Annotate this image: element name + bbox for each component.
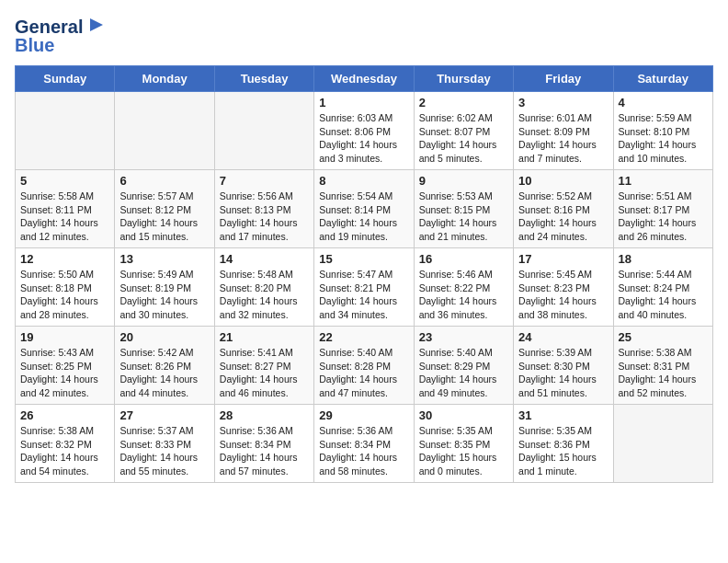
day-number: 25 <box>619 330 708 344</box>
day-info: Sunrise: 5:59 AMSunset: 8:10 PMDaylight:… <box>619 111 708 166</box>
day-number: 5 <box>20 174 109 188</box>
day-info: Sunrise: 5:36 AMSunset: 8:34 PMDaylight:… <box>220 424 309 478</box>
day-number: 19 <box>20 330 109 344</box>
day-number: 1 <box>319 96 408 109</box>
day-info: Sunrise: 6:01 AMSunset: 8:09 PMDaylight:… <box>518 111 608 166</box>
day-number: 15 <box>319 252 408 266</box>
day-info: Sunrise: 5:54 AMSunset: 8:14 PMDaylight:… <box>319 190 408 244</box>
calendar-cell: 23Sunrise: 5:40 AMSunset: 8:29 PMDayligh… <box>414 327 513 405</box>
calendar-cell: 8Sunrise: 5:54 AMSunset: 8:14 PMDaylight… <box>314 170 414 248</box>
weekday-header-monday: Monday <box>115 66 214 92</box>
day-number: 21 <box>220 330 309 344</box>
day-number: 31 <box>518 408 608 422</box>
logo-blue: Blue <box>15 35 54 56</box>
day-info: Sunrise: 5:53 AMSunset: 8:15 PMDaylight:… <box>419 190 508 244</box>
calendar-cell: 31Sunrise: 5:35 AMSunset: 8:36 PMDayligh… <box>514 405 613 483</box>
day-info: Sunrise: 5:42 AMSunset: 8:26 PMDaylight:… <box>119 346 209 400</box>
day-info: Sunrise: 5:45 AMSunset: 8:23 PMDaylight:… <box>518 268 608 322</box>
logo-arrow-icon <box>86 15 107 39</box>
day-number: 10 <box>518 174 608 188</box>
calendar-cell: 16Sunrise: 5:46 AMSunset: 8:22 PMDayligh… <box>414 248 513 327</box>
day-info: Sunrise: 5:35 AMSunset: 8:35 PMDaylight:… <box>419 424 508 478</box>
day-number: 6 <box>119 174 209 188</box>
day-info: Sunrise: 5:40 AMSunset: 8:28 PMDaylight:… <box>319 346 408 400</box>
day-info: Sunrise: 5:36 AMSunset: 8:34 PMDaylight:… <box>319 424 408 478</box>
day-info: Sunrise: 5:44 AMSunset: 8:24 PMDaylight:… <box>619 268 708 322</box>
day-number: 3 <box>518 96 608 109</box>
day-info: Sunrise: 5:56 AMSunset: 8:13 PMDaylight:… <box>220 190 309 244</box>
calendar-cell: 26Sunrise: 5:38 AMSunset: 8:32 PMDayligh… <box>16 405 115 483</box>
week-row-4: 19Sunrise: 5:43 AMSunset: 8:25 PMDayligh… <box>16 327 713 405</box>
day-info: Sunrise: 6:02 AMSunset: 8:07 PMDaylight:… <box>419 111 508 166</box>
day-number: 14 <box>220 252 309 266</box>
weekday-header-thursday: Thursday <box>414 66 513 92</box>
calendar-cell: 21Sunrise: 5:41 AMSunset: 8:27 PMDayligh… <box>214 327 313 405</box>
calendar-cell: 14Sunrise: 5:48 AMSunset: 8:20 PMDayligh… <box>214 248 313 327</box>
logo: General Blue <box>15 15 107 56</box>
day-info: Sunrise: 5:47 AMSunset: 8:21 PMDaylight:… <box>319 268 408 322</box>
calendar-cell: 6Sunrise: 5:57 AMSunset: 8:12 PMDaylight… <box>115 170 214 248</box>
calendar-cell: 4Sunrise: 5:59 AMSunset: 8:10 PMDaylight… <box>613 92 712 170</box>
calendar-cell: 9Sunrise: 5:53 AMSunset: 8:15 PMDaylight… <box>414 170 513 248</box>
calendar-cell: 25Sunrise: 5:38 AMSunset: 8:31 PMDayligh… <box>613 327 712 405</box>
calendar-table: SundayMondayTuesdayWednesdayThursdayFrid… <box>15 65 713 483</box>
day-info: Sunrise: 5:35 AMSunset: 8:36 PMDaylight:… <box>518 424 608 478</box>
svg-marker-0 <box>90 18 103 31</box>
calendar-cell: 17Sunrise: 5:45 AMSunset: 8:23 PMDayligh… <box>514 248 613 327</box>
day-number: 17 <box>518 252 608 266</box>
calendar-cell: 5Sunrise: 5:58 AMSunset: 8:11 PMDaylight… <box>16 170 115 248</box>
day-number: 2 <box>419 96 508 109</box>
day-number: 26 <box>20 408 109 422</box>
day-info: Sunrise: 5:39 AMSunset: 8:30 PMDaylight:… <box>518 346 608 400</box>
day-info: Sunrise: 5:38 AMSunset: 8:32 PMDaylight:… <box>20 424 109 478</box>
day-number: 23 <box>419 330 508 344</box>
calendar-cell: 20Sunrise: 5:42 AMSunset: 8:26 PMDayligh… <box>115 327 214 405</box>
day-number: 7 <box>220 174 309 188</box>
day-number: 12 <box>20 252 109 266</box>
calendar-cell <box>16 92 115 170</box>
weekday-header-tuesday: Tuesday <box>214 66 313 92</box>
day-number: 18 <box>619 252 708 266</box>
calendar-cell: 2Sunrise: 6:02 AMSunset: 8:07 PMDaylight… <box>414 92 513 170</box>
day-info: Sunrise: 5:57 AMSunset: 8:12 PMDaylight:… <box>119 190 209 244</box>
day-number: 13 <box>119 252 209 266</box>
calendar-cell: 30Sunrise: 5:35 AMSunset: 8:35 PMDayligh… <box>414 405 513 483</box>
day-number: 28 <box>220 408 309 422</box>
calendar-cell: 18Sunrise: 5:44 AMSunset: 8:24 PMDayligh… <box>613 248 712 327</box>
day-number: 11 <box>619 174 708 188</box>
weekday-header-row: SundayMondayTuesdayWednesdayThursdayFrid… <box>16 66 713 92</box>
day-number: 20 <box>119 330 209 344</box>
day-number: 29 <box>319 408 408 422</box>
weekday-header-sunday: Sunday <box>16 66 115 92</box>
day-number: 22 <box>319 330 408 344</box>
day-info: Sunrise: 5:58 AMSunset: 8:11 PMDaylight:… <box>20 190 109 244</box>
day-info: Sunrise: 5:40 AMSunset: 8:29 PMDaylight:… <box>419 346 508 400</box>
calendar-cell: 7Sunrise: 5:56 AMSunset: 8:13 PMDaylight… <box>214 170 313 248</box>
day-info: Sunrise: 5:49 AMSunset: 8:19 PMDaylight:… <box>119 268 209 322</box>
calendar-cell <box>214 92 313 170</box>
day-number: 8 <box>319 174 408 188</box>
week-row-3: 12Sunrise: 5:50 AMSunset: 8:18 PMDayligh… <box>16 248 713 327</box>
calendar-cell: 28Sunrise: 5:36 AMSunset: 8:34 PMDayligh… <box>214 405 313 483</box>
week-row-5: 26Sunrise: 5:38 AMSunset: 8:32 PMDayligh… <box>16 405 713 483</box>
calendar-cell: 15Sunrise: 5:47 AMSunset: 8:21 PMDayligh… <box>314 248 414 327</box>
calendar-cell: 12Sunrise: 5:50 AMSunset: 8:18 PMDayligh… <box>16 248 115 327</box>
day-number: 30 <box>419 408 508 422</box>
day-info: Sunrise: 5:41 AMSunset: 8:27 PMDaylight:… <box>220 346 309 400</box>
day-info: Sunrise: 5:51 AMSunset: 8:17 PMDaylight:… <box>619 190 708 244</box>
calendar-cell: 24Sunrise: 5:39 AMSunset: 8:30 PMDayligh… <box>514 327 613 405</box>
day-info: Sunrise: 5:43 AMSunset: 8:25 PMDaylight:… <box>20 346 109 400</box>
calendar-cell <box>613 405 712 483</box>
week-row-1: 1Sunrise: 6:03 AMSunset: 8:06 PMDaylight… <box>16 92 713 170</box>
calendar-cell: 19Sunrise: 5:43 AMSunset: 8:25 PMDayligh… <box>16 327 115 405</box>
header: General Blue <box>15 15 713 56</box>
day-number: 16 <box>419 252 508 266</box>
calendar-cell: 10Sunrise: 5:52 AMSunset: 8:16 PMDayligh… <box>514 170 613 248</box>
day-info: Sunrise: 5:46 AMSunset: 8:22 PMDaylight:… <box>419 268 508 322</box>
day-info: Sunrise: 5:50 AMSunset: 8:18 PMDaylight:… <box>20 268 109 322</box>
weekday-header-friday: Friday <box>514 66 613 92</box>
calendar-cell: 29Sunrise: 5:36 AMSunset: 8:34 PMDayligh… <box>314 405 414 483</box>
calendar-cell: 27Sunrise: 5:37 AMSunset: 8:33 PMDayligh… <box>115 405 214 483</box>
day-info: Sunrise: 5:37 AMSunset: 8:33 PMDaylight:… <box>119 424 209 478</box>
calendar-cell: 13Sunrise: 5:49 AMSunset: 8:19 PMDayligh… <box>115 248 214 327</box>
